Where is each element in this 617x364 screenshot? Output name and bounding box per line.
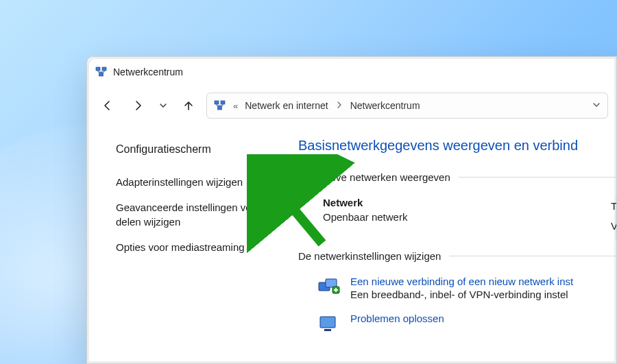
svg-rect-10 xyxy=(324,329,331,331)
svg-rect-2 xyxy=(99,73,104,76)
new-connection-link[interactable]: Een nieuwe verbinding of een nieuw netwe… xyxy=(350,276,573,287)
cropped-right-labels: T V xyxy=(611,197,617,236)
back-button[interactable] xyxy=(95,93,120,118)
navigation-row: « Netwerk en internet Netwerkcentrum xyxy=(87,87,616,124)
new-connection-description: Een breedband-, inbel- of VPN-verbinding… xyxy=(350,289,573,300)
svg-rect-4 xyxy=(221,101,225,104)
network-name: Netwerk xyxy=(323,197,616,208)
address-overflow[interactable]: « xyxy=(233,101,238,111)
troubleshoot-text: Problemen oplossen xyxy=(350,313,444,324)
svg-rect-0 xyxy=(96,67,100,71)
section-label-text: De netwerkinstellingen wijzigen xyxy=(298,250,441,262)
troubleshoot-row: Problemen oplossen xyxy=(298,313,616,335)
window-title: Netwerkcentrum xyxy=(113,66,183,77)
titlebar: Netwerkcentrum xyxy=(87,57,616,87)
troubleshoot-link[interactable]: Problemen oplossen xyxy=(350,313,444,324)
breadcrumb-segment[interactable]: Netwerkcentrum xyxy=(350,100,420,111)
network-center-icon xyxy=(214,99,226,112)
new-connection-row: Een nieuwe verbinding of een nieuw netwe… xyxy=(298,276,616,300)
sidebar-heading[interactable]: Configuratiescherm xyxy=(116,143,279,156)
sidebar-link-advanced-sharing[interactable]: Geavanceerde instellingen voor delen wij… xyxy=(116,200,274,229)
section-change-settings: De netwerkinstellingen wijzigen xyxy=(298,250,616,262)
chevron-right-icon[interactable] xyxy=(335,101,343,110)
svg-rect-9 xyxy=(320,317,335,328)
up-button[interactable] xyxy=(176,93,201,118)
troubleshoot-icon xyxy=(317,314,341,335)
cropped-label: V xyxy=(611,217,617,236)
svg-rect-1 xyxy=(102,67,106,71)
chevron-down-icon[interactable] xyxy=(592,100,601,111)
divider xyxy=(449,256,616,256)
desktop-background: Netwerkcentrum « Netwerk en internet xyxy=(0,0,617,364)
sidebar-link-media-streaming[interactable]: Opties voor mediastreaming xyxy=(116,240,274,254)
content-body: Configuratiescherm Adapterinstellingen w… xyxy=(87,124,616,363)
recent-locations-button[interactable] xyxy=(156,93,171,118)
breadcrumb-segment[interactable]: Netwerk en internet xyxy=(245,100,328,111)
section-label-text: De actieve netwerken weergeven xyxy=(298,171,450,183)
address-bar[interactable]: « Netwerk en internet Netwerkcentrum xyxy=(206,93,608,119)
network-block: Netwerk Openbaar netwerk xyxy=(298,197,616,223)
forward-button[interactable] xyxy=(125,93,150,118)
sidebar: Configuratiescherm Adapterinstellingen w… xyxy=(87,124,286,363)
svg-rect-3 xyxy=(215,101,219,104)
section-active-networks: De actieve netwerken weergeven xyxy=(298,171,616,183)
main-pane: Basisnetwerkgegevens weergeven en verbin… xyxy=(286,124,616,363)
cropped-label: T xyxy=(611,197,617,217)
sidebar-link-adapter-settings[interactable]: Adapterinstellingen wijzigen xyxy=(116,175,274,189)
svg-rect-5 xyxy=(218,106,222,110)
new-connection-text: Een nieuwe verbinding of een nieuw netwe… xyxy=(350,276,573,300)
network-type: Openbaar netwerk xyxy=(323,211,616,223)
control-panel-window: Netwerkcentrum « Netwerk en internet xyxy=(86,56,617,364)
new-connection-icon xyxy=(317,277,341,298)
svg-rect-7 xyxy=(326,279,337,287)
divider xyxy=(459,177,616,178)
page-title: Basisnetwerkgegevens weergeven en verbin… xyxy=(298,138,616,154)
network-center-icon xyxy=(95,66,108,78)
